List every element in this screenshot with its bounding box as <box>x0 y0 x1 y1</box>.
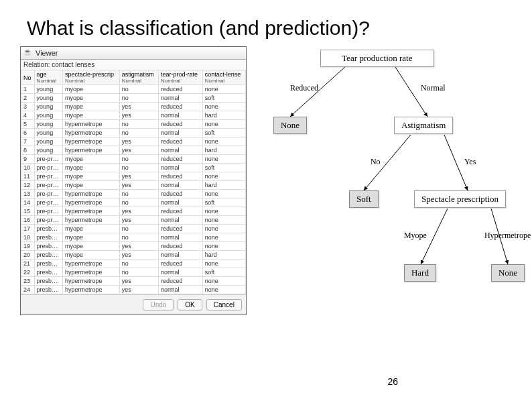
table-cell: 7 <box>21 137 35 146</box>
table-row[interactable]: 20presb…myopeyesnormalhard <box>21 251 246 260</box>
viewer-buttons: Undo OK Cancel <box>21 294 246 315</box>
table-cell: young <box>34 103 62 111</box>
table-cell: presb… <box>34 268 62 277</box>
data-table: NoageNominalspectacle-prescripNominalast… <box>21 70 246 294</box>
table-row[interactable]: 9pre-pr…myopenoreducednone <box>21 155 246 164</box>
table-row[interactable]: 10pre-pr…myopenonormalsoft <box>21 164 246 172</box>
relation-label: Relation: contact lenses <box>21 60 246 70</box>
table-row[interactable]: 23presb…hypermetropeyesreducednone <box>21 277 246 286</box>
table-cell: presb… <box>34 242 62 251</box>
table-cell: 11 <box>21 172 35 181</box>
table-cell: hypermetrope <box>63 260 120 268</box>
cancel-button[interactable]: Cancel <box>206 299 242 310</box>
table-cell: hypermetrope <box>63 190 120 198</box>
leaf-hard: Hard <box>404 264 436 282</box>
table-row[interactable]: 3youngmyopeyesreducednone <box>21 103 246 111</box>
ok-button[interactable]: OK <box>178 299 202 310</box>
table-cell: young <box>34 129 62 137</box>
table-cell: soft <box>202 94 245 103</box>
table-cell: myope <box>63 225 120 233</box>
table-cell: 18 <box>21 233 35 242</box>
table-cell: reduced <box>159 242 203 251</box>
table-cell: hypermetrope <box>63 120 120 129</box>
table-cell: 20 <box>21 251 35 260</box>
table-cell: pre-pr… <box>34 198 62 207</box>
table-cell: no <box>119 233 158 242</box>
table-cell: 8 <box>21 146 35 155</box>
table-row[interactable]: 13pre-pr…hypermetropenoreducednone <box>21 190 246 198</box>
table-row[interactable]: 11pre-pr…myopeyesreducednone <box>21 172 246 181</box>
table-row[interactable]: 6younghypermetropenonormalsoft <box>21 129 246 137</box>
table-cell: 23 <box>21 277 35 286</box>
table-cell: no <box>119 225 158 233</box>
column-header: tear-prod-rateNominal <box>159 70 203 85</box>
table-cell: 19 <box>21 242 35 251</box>
node-spectacle: Spectacle prescription <box>414 190 506 208</box>
table-cell: normal <box>159 146 203 155</box>
table-cell: 1 <box>21 85 35 94</box>
table-cell: pre-pr… <box>34 164 62 172</box>
leaf-none-2: None <box>491 264 525 282</box>
table-row[interactable]: 22presb…hypermetropenonormalsoft <box>21 268 246 277</box>
column-header: contact-lenseNominal <box>202 70 245 85</box>
table-cell: 17 <box>21 225 35 233</box>
table-cell: reduced <box>159 103 203 111</box>
table-row[interactable]: 8younghypermetropeyesnormalhard <box>21 146 246 155</box>
table-cell: normal <box>159 164 203 172</box>
table-cell: hypermetrope <box>63 137 120 146</box>
table-cell: no <box>119 190 158 198</box>
table-row[interactable]: 24presb…hypermetropeyesnormalnone <box>21 286 246 294</box>
table-cell: myope <box>63 155 120 164</box>
table-cell: hypermetrope <box>63 286 120 294</box>
table-cell: normal <box>159 286 203 294</box>
table-cell: reduced <box>159 190 203 198</box>
table-cell: 4 <box>21 111 35 120</box>
table-row[interactable]: 4youngmyopeyesnormalhard <box>21 111 246 120</box>
table-cell: normal <box>159 233 203 242</box>
table-row[interactable]: 17presb…myopenoreducednone <box>21 225 246 233</box>
table-row[interactable]: 1youngmyopenoreducednone <box>21 85 246 94</box>
leaf-none-1: None <box>273 117 307 134</box>
table-row[interactable]: 5younghypermetropenoreducednone <box>21 120 246 129</box>
viewer-window: ☕ Viewer Relation: contact lenses NoageN… <box>20 46 247 315</box>
table-row[interactable]: 18presb…myopenonormalnone <box>21 233 246 242</box>
table-cell: presb… <box>34 251 62 260</box>
table-cell: none <box>202 242 245 251</box>
content-area: ☕ Viewer Relation: contact lenses NoageN… <box>0 46 532 315</box>
table-cell: 15 <box>21 207 35 216</box>
table-cell: no <box>119 268 158 277</box>
table-row[interactable]: 16pre-pr…hypermetropeyesnormalnone <box>21 216 246 225</box>
table-cell: hard <box>202 111 245 120</box>
table-cell: 24 <box>21 286 35 294</box>
table-row[interactable]: 7younghypermetropeyesreducednone <box>21 137 246 146</box>
table-cell: none <box>202 137 245 146</box>
table-row[interactable]: 21presb…hypermetropenoreducednone <box>21 260 246 268</box>
table-cell: none <box>202 277 245 286</box>
table-cell: no <box>119 260 158 268</box>
table-cell: myope <box>63 242 120 251</box>
table-cell: young <box>34 137 62 146</box>
column-header: spectacle-prescripNominal <box>63 70 120 85</box>
table-row[interactable]: 12pre-pr…myopeyesnormalhard <box>21 181 246 190</box>
table-cell: normal <box>159 129 203 137</box>
table-cell: pre-pr… <box>34 155 62 164</box>
table-cell: reduced <box>159 172 203 181</box>
undo-button[interactable]: Undo <box>143 299 174 310</box>
table-cell: yes <box>119 207 158 216</box>
slide-title: What is classification (and prediction)? <box>0 0 532 46</box>
table-cell: 13 <box>21 190 35 198</box>
table-row[interactable]: 2youngmyopenonormalsoft <box>21 94 246 103</box>
table-cell: none <box>202 225 245 233</box>
table-row[interactable]: 15pre-pr…hypermetropeyesreducednone <box>21 207 246 216</box>
table-cell: presb… <box>34 260 62 268</box>
table-cell: reduced <box>159 137 203 146</box>
node-astigmatism: Astigmatism <box>394 117 453 134</box>
table-cell: no <box>119 94 158 103</box>
table-cell: yes <box>119 172 158 181</box>
table-cell: soft <box>202 164 245 172</box>
table-cell: no <box>119 120 158 129</box>
table-row[interactable]: 14pre-pr…hypermetropenonormalsoft <box>21 198 246 207</box>
table-cell: young <box>34 120 62 129</box>
table-row[interactable]: 19presb…myopeyesreducednone <box>21 242 246 251</box>
table-cell: 10 <box>21 164 35 172</box>
